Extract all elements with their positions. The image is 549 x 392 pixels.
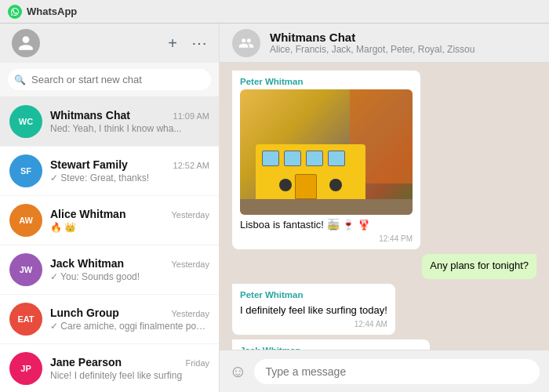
message-time: 12:44 PM [240,234,413,245]
chat-name-row: Stewart Family 12:52 AM [50,158,209,171]
menu-button[interactable]: ⋯ [191,34,207,53]
chat-list-item[interactable]: SF Stewart Family 12:52 AM ✓ Steve: Grea… [0,147,219,196]
message-caption: Lisboa is fantastic! 🚋 🍷 🦞 [240,218,413,232]
chat-time: 11:09 AM [173,111,209,121]
message-image [240,89,413,215]
chat-info: Lunch Group Yesterday ✓ Care amiche, ogg… [50,307,209,332]
main-layout: + ⋯ 🔍 WC Whitmans Chat 11:09 AM Ned: Yea… [0,24,549,392]
message-sender: Jack Whitman [240,344,422,350]
chat-name: Whitmans Chat [50,109,130,122]
emoji-button[interactable]: ☺ [229,361,246,382]
message-bubble: Peter Whitman [232,71,420,249]
chat-list-item[interactable]: WC Whitmans Chat 11:09 AM Ned: Yeah, I t… [0,97,219,147]
message-text: Any plans for tonight? [430,259,529,273]
chat-header-members: Alice, Francis, Jack, Margot, Peter, Roy… [270,44,536,55]
chat-name: Stewart Family [50,158,128,171]
chat-info: Jack Whitman Yesterday ✓ You: Sounds goo… [50,257,209,282]
chat-time: Yesterday [171,309,209,318]
chat-list: WC Whitmans Chat 11:09 AM Ned: Yeah, I t… [0,97,219,392]
chat-time: 12:52 AM [173,161,209,170]
messages-container: Peter Whitman [220,63,549,350]
message-input[interactable] [254,359,540,384]
sidebar: + ⋯ 🔍 WC Whitmans Chat 11:09 AM Ned: Yea… [0,24,220,392]
chat-list-item[interactable]: EAT Lunch Group Yesterday ✓ Care amiche,… [0,295,219,344]
message-sender: Peter Whitman [240,75,413,88]
chat-preview: ✓ You: Sounds good! [50,271,209,282]
chat-preview: ✓ Steve: Great, thanks! [50,172,209,183]
chat-preview: Nice! I definitely feel like surfing [50,370,209,381]
chat-name: Jane Pearson [50,356,122,368]
chat-avatar: WC [9,105,42,138]
message-time: 12:44 AM [240,319,387,330]
chat-header-avatar[interactable] [232,29,260,57]
chat-time: Friday [185,358,209,368]
chat-info: Alice Whitman Yesterday 🔥 👑 [50,208,209,233]
chat-avatar: EAT [9,303,42,336]
chat-input-bar: ☺ [220,350,549,392]
user-avatar[interactable] [12,29,40,57]
chat-time: Yesterday [171,210,209,220]
chat-header: Whitmans Chat Alice, Francis, Jack, Marg… [220,24,549,63]
chat-header-info: Whitmans Chat Alice, Francis, Jack, Marg… [270,31,536,55]
chat-info: Stewart Family 12:52 AM ✓ Steve: Great, … [50,158,209,183]
chat-name-row: Lunch Group Yesterday [50,307,209,319]
search-bar: 🔍 [0,63,219,97]
message-bubble: Jack WhitmanTonight is the movie night! … [232,339,430,350]
message-bubble: Any plans for tonight? [422,254,536,279]
app-top-bar: WhatsApp [0,0,549,24]
sidebar-header: + ⋯ [0,24,219,63]
chat-area: Whitmans Chat Alice, Francis, Jack, Marg… [220,24,549,392]
chat-name-row: Jack Whitman Yesterday [50,257,209,270]
message-sender: Peter Whitman [240,289,387,301]
chat-info: Jane Pearson Friday Nice! I definitely f… [50,356,209,381]
chat-preview: Ned: Yeah, I think I know wha... [50,123,209,134]
chat-info: Whitmans Chat 11:09 AM Ned: Yeah, I thin… [50,109,209,134]
chat-preview: 🔥 👑 [50,222,209,233]
chat-name-row: Whitmans Chat 11:09 AM [50,109,209,122]
chat-list-item[interactable]: JP Jane Pearson Friday Nice! I definitel… [0,344,219,392]
chat-name: Alice Whitman [50,208,125,220]
chat-avatar: JW [9,253,42,286]
chat-avatar: SF [9,154,42,187]
chat-list-item[interactable]: JW Jack Whitman Yesterday ✓ You: Sounds … [0,245,219,295]
chat-name-row: Jane Pearson Friday [50,356,209,368]
new-chat-button[interactable]: + [168,34,177,53]
app-title: WhatsApp [27,5,77,17]
message-text: I definitely feel like surfing today! [240,303,387,318]
search-input[interactable] [8,69,211,90]
chat-avatar: AW [9,204,42,237]
chat-preview: ✓ Care amiche, oggi finalmente posso [50,321,209,332]
chat-time: Yesterday [171,260,209,269]
chat-list-item[interactable]: AW Alice Whitman Yesterday 🔥 👑 [0,196,219,245]
chat-avatar: JP [9,352,42,385]
whatsapp-logo [8,5,22,19]
search-icon: 🔍 [14,74,26,85]
chat-name: Lunch Group [50,307,119,319]
tram-image [240,89,413,215]
chat-header-name: Whitmans Chat [270,31,536,44]
message-bubble: Peter WhitmanI definitely feel like surf… [232,284,395,334]
chat-name-row: Alice Whitman Yesterday [50,208,209,220]
sidebar-icons: + ⋯ [168,34,207,53]
chat-name: Jack Whitman [50,257,124,270]
